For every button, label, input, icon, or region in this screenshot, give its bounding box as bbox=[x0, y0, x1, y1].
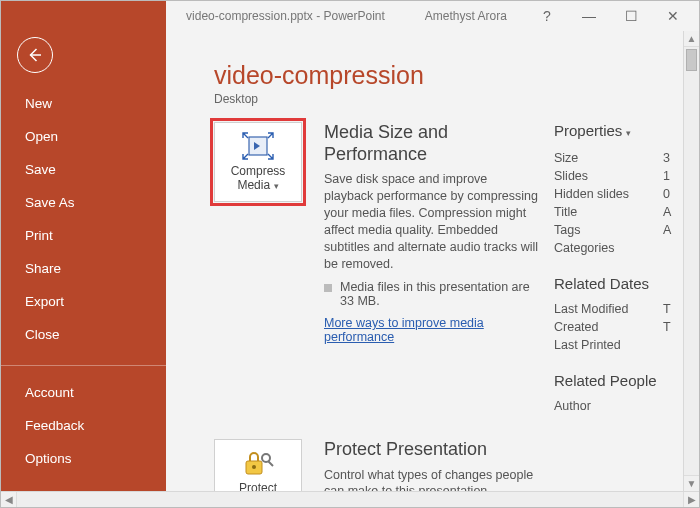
media-size-bullet: Media files in this presentation are 33 … bbox=[324, 280, 540, 308]
scroll-down-icon[interactable]: ▼ bbox=[684, 475, 699, 491]
content-area: video-compression Desktop bbox=[166, 31, 699, 491]
prop-row-tags[interactable]: TagsA bbox=[554, 221, 677, 239]
media-size-body: Save disk space and improve playback per… bbox=[324, 171, 540, 272]
sidebar-item-open[interactable]: Open bbox=[1, 120, 166, 153]
protect-heading: Protect Presentation bbox=[324, 439, 540, 461]
sidebar-item-export[interactable]: Export bbox=[1, 285, 166, 318]
window-controls: ? — ☐ ✕ bbox=[527, 2, 693, 30]
chevron-down-icon: ▾ bbox=[271, 181, 279, 191]
backstage-sidebar: New Open Save Save As Print Share Export… bbox=[1, 31, 166, 491]
page-subtitle: Desktop bbox=[214, 92, 683, 106]
prop-row-created: CreatedT bbox=[554, 318, 677, 336]
scroll-left-icon[interactable]: ◀ bbox=[1, 492, 17, 507]
prop-row-printed: Last Printed bbox=[554, 336, 677, 354]
hscroll-track[interactable] bbox=[17, 492, 683, 507]
close-button[interactable]: ✕ bbox=[653, 2, 693, 30]
compress-media-icon bbox=[241, 131, 275, 161]
titlebar-sidebar-fill bbox=[1, 1, 166, 31]
svg-point-2 bbox=[252, 465, 256, 469]
prop-row-modified: Last ModifiedT bbox=[554, 300, 677, 318]
prop-row-slides: Slides1 bbox=[554, 167, 677, 185]
account-name[interactable]: Amethyst Arora bbox=[425, 9, 507, 23]
properties-heading[interactable]: Properties ▾ bbox=[554, 122, 677, 139]
sidebar-item-new[interactable]: New bbox=[1, 87, 166, 120]
sidebar-item-save[interactable]: Save bbox=[1, 153, 166, 186]
prop-row-size: Size3 bbox=[554, 149, 677, 167]
horizontal-scrollbar[interactable]: ◀ ▶ bbox=[1, 491, 699, 507]
more-ways-link[interactable]: More ways to improve media performance bbox=[324, 316, 540, 344]
chevron-down-icon: ▾ bbox=[623, 128, 631, 138]
protect-presentation-button[interactable]: Protect Presentation ▾ bbox=[214, 439, 302, 491]
back-button[interactable] bbox=[17, 37, 53, 73]
sidebar-item-options[interactable]: Options bbox=[1, 442, 166, 475]
protect-presentation-icon bbox=[241, 448, 275, 478]
title-center: video-compression.pptx - PowerPoint Amet… bbox=[166, 9, 527, 23]
help-button[interactable]: ? bbox=[527, 2, 567, 30]
related-people-heading: Related People bbox=[554, 372, 677, 389]
titlebar: video-compression.pptx - PowerPoint Amet… bbox=[1, 1, 699, 31]
sidebar-separator bbox=[1, 365, 166, 366]
media-size-heading: Media Size and Performance bbox=[324, 122, 540, 165]
vertical-scrollbar[interactable]: ▲ ▼ bbox=[683, 31, 699, 491]
sidebar-item-account[interactable]: Account bbox=[1, 376, 166, 409]
page-title: video-compression bbox=[214, 61, 683, 90]
document-title: video-compression.pptx - PowerPoint bbox=[186, 9, 385, 23]
media-size-bullet-text: Media files in this presentation are 33 … bbox=[340, 280, 540, 308]
protect-body: Control what types of changes people can… bbox=[324, 467, 540, 491]
sidebar-item-feedback[interactable]: Feedback bbox=[1, 409, 166, 442]
prop-row-author: Author bbox=[554, 397, 677, 415]
scroll-thumb[interactable] bbox=[686, 49, 697, 71]
scroll-right-icon[interactable]: ▶ bbox=[683, 492, 699, 507]
sidebar-item-save-as[interactable]: Save As bbox=[1, 186, 166, 219]
sidebar-item-print[interactable]: Print bbox=[1, 219, 166, 252]
related-dates-heading: Related Dates bbox=[554, 275, 677, 292]
sidebar-item-share[interactable]: Share bbox=[1, 252, 166, 285]
prop-row-title[interactable]: TitleA bbox=[554, 203, 677, 221]
scroll-up-icon[interactable]: ▲ bbox=[684, 31, 699, 47]
maximize-button[interactable]: ☐ bbox=[611, 2, 651, 30]
prop-row-hidden: Hidden slides0 bbox=[554, 185, 677, 203]
compress-media-button[interactable]: Compress Media ▾ bbox=[214, 122, 302, 202]
prop-row-categories[interactable]: Categories bbox=[554, 239, 677, 257]
protect-presentation-label: Protect Presentation ▾ bbox=[215, 482, 301, 491]
compress-media-label: Compress Media ▾ bbox=[215, 165, 301, 193]
minimize-button[interactable]: — bbox=[569, 2, 609, 30]
bullet-icon bbox=[324, 284, 332, 292]
sidebar-item-close[interactable]: Close bbox=[1, 318, 166, 351]
arrow-left-icon bbox=[26, 46, 44, 64]
